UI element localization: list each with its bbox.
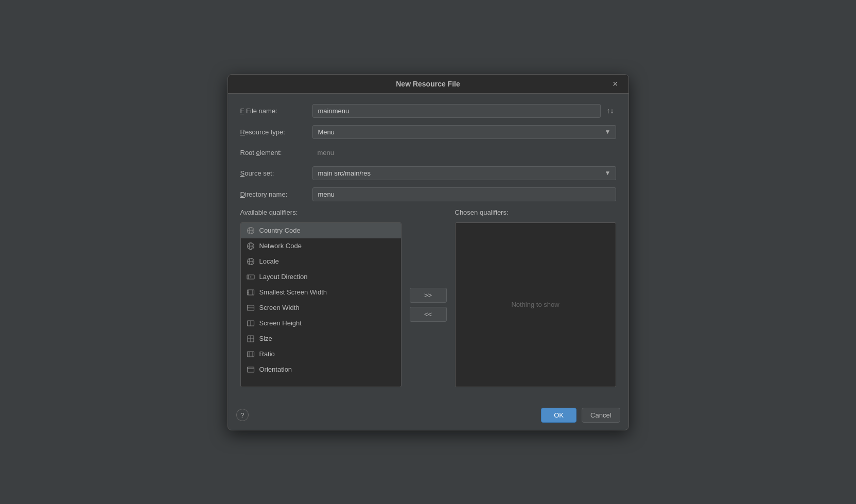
qualifier-item-network-code[interactable]: Network Code [241,238,401,254]
resource-type-wrapper: Menu Layout Drawable Values ▼ [312,125,616,139]
directory-name-label: Directory name: [240,190,312,198]
resource-type-label: Resource type: [240,128,312,136]
cancel-button[interactable]: Cancel [582,408,620,423]
qualifiers-columns: Country Code Network Code [240,222,616,387]
qualifier-label: Orientation [259,366,292,373]
ok-button[interactable]: OK [541,408,577,423]
network-code-icon [246,241,255,251]
qualifier-item-size[interactable]: Size [241,331,401,346]
new-resource-file-dialog: New Resource File × F File name: ↑↓ Reso… [228,74,629,430]
locale-icon [246,257,255,266]
svg-rect-23 [247,352,254,357]
size-icon [246,334,255,343]
qualifier-item-ratio[interactable]: Ratio [241,346,401,362]
source-set-label: Source set: [240,169,312,177]
root-element-value: menu [312,146,340,159]
file-name-label: F File name: [240,107,312,115]
country-code-icon [246,226,255,235]
qualifier-label: Ratio [259,350,275,358]
qualifier-label: Network Code [259,242,302,250]
root-element-label: Root element: [240,149,312,157]
qualifier-item-layout-direction[interactable]: Layout Direction [241,269,401,285]
dialog-body: F File name: ↑↓ Resource type: Menu Layo… [228,94,628,404]
source-set-row: Source set: main src/main/res ▼ [240,166,616,180]
file-name-row: F File name: ↑↓ [240,104,616,118]
close-button[interactable]: × [609,78,621,90]
chosen-qualifiers-label: Chosen qualifiers: [455,208,616,216]
qualifier-label: Screen Width [259,304,300,311]
qualifier-label: Smallest Screen Width [259,288,327,296]
dialog-titlebar: New Resource File × [228,75,628,94]
qualifier-item-locale[interactable]: Locale [241,254,401,269]
ratio-icon [246,350,255,359]
orientation-icon [246,365,255,374]
qualifier-item-screen-height[interactable]: Screen Height [241,316,401,331]
directory-name-input[interactable] [312,187,616,201]
qualifier-item-smallest-screen-width[interactable]: Smallest Screen Width [241,285,401,300]
layout-direction-icon [246,272,255,282]
footer-buttons: OK Cancel [541,408,620,423]
dialog-footer: ? OK Cancel [228,404,628,430]
qualifier-item-screen-width[interactable]: Screen Width [241,300,401,316]
available-qualifiers-list: Country Code Network Code [240,222,401,387]
sort-button[interactable]: ↑↓ [605,105,616,117]
screen-height-icon [246,319,255,328]
remove-qualifier-button[interactable]: << [410,307,447,322]
qualifier-item-orientation[interactable]: Orientation [241,362,401,377]
source-set-wrapper: main src/main/res ▼ [312,166,616,180]
help-button[interactable]: ? [236,409,249,421]
file-name-input[interactable] [312,104,601,118]
available-qualifiers-label: Available qualifiers: [240,208,401,216]
resource-type-select[interactable]: Menu Layout Drawable Values [312,125,616,139]
resource-type-row: Resource type: Menu Layout Drawable Valu… [240,125,616,139]
qualifier-label: Size [259,335,272,342]
qualifier-label: Country Code [259,227,301,234]
add-qualifier-button[interactable]: >> [410,288,447,303]
qualifier-label: Locale [259,257,279,265]
chosen-qualifiers-list: Nothing to show [455,222,616,387]
svg-rect-26 [247,367,254,372]
source-set-select[interactable]: main src/main/res [312,166,616,180]
root-element-row: Root element: menu [240,146,616,159]
qualifier-label: Layout Direction [259,273,308,281]
screen-width-icon [246,303,255,312]
nothing-to-show-text: Nothing to show [511,301,559,308]
qualifiers-section: Available qualifiers: Chosen qualifiers: [240,208,616,387]
directory-name-row: Directory name: [240,187,616,201]
svg-point-6 [250,242,251,244]
dialog-title: New Resource File [396,80,460,88]
qualifier-item-country-code[interactable]: Country Code [241,223,401,238]
arrows-column: >> << [408,222,449,387]
smallest-screen-width-icon [246,288,255,297]
qualifier-label: Screen Height [259,319,302,327]
